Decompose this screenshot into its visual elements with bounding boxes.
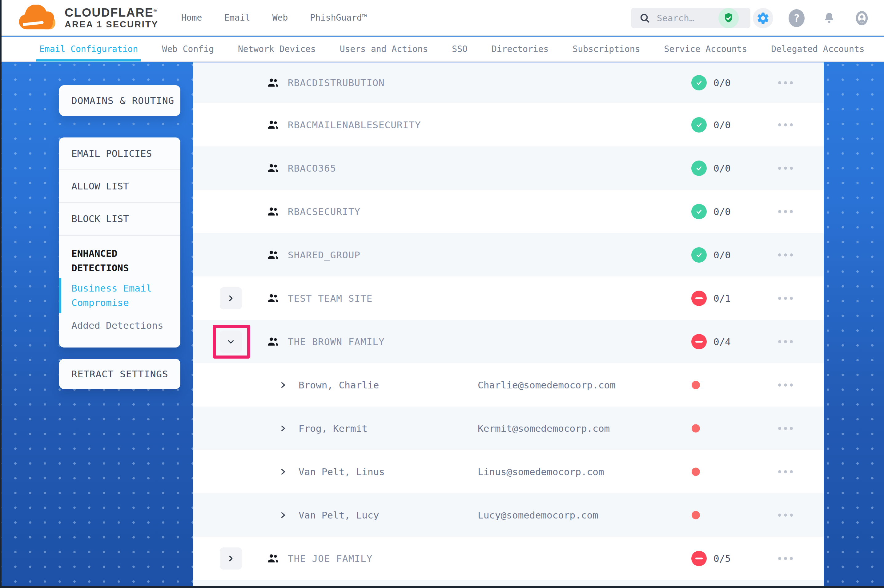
group-name: THE JOE FAMILY [288,553,373,564]
tab-sso[interactable]: SSO [452,36,468,62]
tab-subscriptions[interactable]: Subscriptions [573,36,640,62]
search-icon [639,12,651,24]
nav-phishguard[interactable]: PhishGuard™ [310,13,367,23]
chevron-right-icon [226,294,236,303]
group-users-icon [266,248,280,262]
table-row-member: Van Pelt, Linus Linus@somedemocorp.com [193,450,824,493]
group-users-icon [266,205,280,218]
group-name: RBACDISTRUBUTION [288,77,385,88]
row-actions-button[interactable] [776,423,795,434]
sidebar-item-added-detections[interactable]: Added Detections [59,314,180,337]
settings-gear-icon[interactable] [753,8,773,28]
tab-web-config[interactable]: Web Config [162,36,214,62]
user-avatar-icon[interactable] [852,9,871,27]
row-actions-button[interactable] [776,466,795,478]
tab-delegated-accounts[interactable]: Delegated Accounts [771,36,864,62]
member-chevron-icon[interactable] [279,511,287,519]
status-dot [692,468,700,476]
tab-directories[interactable]: Directories [492,36,549,62]
help-icon[interactable]: ? [787,9,806,27]
member-email: Charlie@somedemocorp.com [478,380,616,391]
member-chevron-icon[interactable] [279,381,287,389]
row-actions-button[interactable] [776,119,795,131]
expand-row-button[interactable] [220,548,242,570]
status-check-badge [691,160,707,176]
config-tabbar: Email Configuration Web Config Network D… [0,37,884,62]
tab-service-accounts[interactable]: Service Accounts [664,36,747,62]
sidebar-policies-card: EMAIL POLICIES ALLOW LIST BLOCK LIST ENH… [59,138,180,348]
row-actions-button[interactable] [776,509,795,521]
status-count: 0/0 [714,206,731,217]
logo-line1: CLOUDFLARE® [65,6,158,20]
status-count: 0/0 [714,249,731,261]
row-actions-button[interactable] [776,379,795,391]
chevron-down-icon [226,337,236,346]
table-row: TEST TEAM SITE 0/1 [193,276,824,320]
table-row: THE BROWN FAMILY 0/4 [193,320,824,363]
notifications-bell-icon[interactable] [820,9,839,27]
collapse-row-button[interactable] [220,331,242,353]
row-actions-button[interactable] [776,206,795,218]
group-users-icon [266,162,280,175]
group-name: TEST TEAM SITE [288,293,373,304]
status-minus-badge [691,334,707,350]
status-count: 0/0 [714,119,731,130]
table-row: RBACO365 0/0 [193,146,824,190]
expand-row-button[interactable] [220,287,242,309]
group-users-icon [266,76,280,90]
groups-table: RBACDISTRUBUTION 0/0 RBACMAILENABLESECUR… [193,62,824,588]
nav-home[interactable]: Home [181,13,202,23]
sidebar-item-email-policies[interactable]: EMAIL POLICIES [59,138,180,170]
group-name: THE BROWN FAMILY [288,336,385,347]
cloudflare-logo[interactable]: CLOUDFLARE® AREA 1 SECURITY [16,4,158,31]
registered-mark: ® [153,8,157,13]
sidebar-item-retract-settings[interactable]: RETRACT SETTINGS [59,359,180,389]
table-row: RBACSECURITY 0/0 [193,190,824,233]
status-check-badge [691,75,707,90]
table-row: SHARED_GROUP 0/0 [193,233,824,276]
member-chevron-icon[interactable] [279,424,287,432]
status-dot [692,511,700,519]
tab-email-configuration[interactable]: Email Configuration [39,36,138,62]
group-users-icon [266,291,280,305]
sidebar-heading-enhanced-detections: ENHANCED DETECTIONS [59,235,180,277]
group-name: RBACMAILENABLESECURITY [288,119,421,130]
row-actions-button[interactable] [776,77,795,88]
window-edge-bottom [0,586,884,588]
group-name: SHARED_GROUP [288,249,361,261]
nav-web[interactable]: Web [272,13,288,23]
table-row: RBACDISTRUBUTION 0/0 [193,62,824,103]
status-check-badge [691,247,707,262]
nav-email[interactable]: Email [224,13,250,23]
table-row-member: Frog, Kermit Kermit@somedemocorp.com [193,406,824,450]
status-minus-badge [691,551,707,566]
top-header: CLOUDFLARE® AREA 1 SECURITY Home Email W… [0,0,884,36]
tab-network-devices[interactable]: Network Devices [238,36,316,62]
table-row: RBACMAILENABLESECURITY 0/0 [193,103,824,146]
row-actions-button[interactable] [776,553,795,564]
sidebar-item-allow-list[interactable]: ALLOW LIST [59,170,180,202]
group-users-icon [266,118,280,132]
chevron-right-icon [226,554,236,563]
cloudflare-cloud-icon [16,4,59,31]
status-count: 0/5 [714,553,731,564]
row-actions-button[interactable] [776,292,795,304]
status-count: 0/1 [714,293,731,304]
row-actions-button[interactable] [776,162,795,174]
row-actions-button[interactable] [776,249,795,261]
group-name: RBACSECURITY [288,206,361,217]
sidebar-item-business-email-compromise[interactable]: Business Email Compromise [59,277,180,314]
member-email: Kermit@somedemocorp.com [478,423,610,434]
shield-check-icon[interactable] [719,8,739,28]
tab-users-and-actions[interactable]: Users and Actions [340,36,428,62]
member-name: Van Pelt, Lucy [299,510,379,520]
status-count: 0/0 [714,163,731,174]
status-minus-badge [691,291,707,306]
member-chevron-icon[interactable] [279,468,287,476]
row-actions-button[interactable] [776,336,795,348]
member-name: Frog, Kermit [299,423,367,434]
status-dot [692,381,700,389]
sidebar-item-block-list[interactable]: BLOCK LIST [59,202,180,235]
table-row-member: Van Pelt, Lucy Lucy@somedemocorp.com [193,493,824,537]
sidebar-item-domains-routing[interactable]: DOMAINS & ROUTING [59,85,180,116]
